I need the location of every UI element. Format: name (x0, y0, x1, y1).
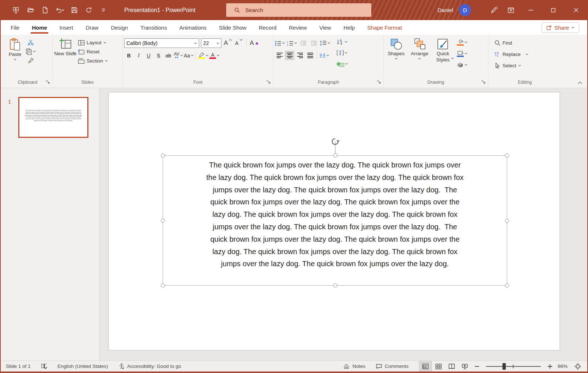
drawing-dialog-launcher[interactable] (481, 80, 486, 84)
tab-draw[interactable]: Draw (79, 20, 105, 35)
shape-fill-button[interactable] (457, 38, 467, 47)
avatar[interactable]: D (459, 4, 471, 16)
slide-indicator[interactable]: Slide 1 of 1 (6, 363, 31, 369)
reading-view-button[interactable] (445, 361, 458, 372)
resize-handle-bottom-right[interactable] (505, 283, 509, 287)
shapes-button[interactable]: Shapes (385, 35, 407, 60)
clear-formatting-button[interactable]: A (250, 39, 259, 48)
text-highlight-button[interactable] (198, 51, 209, 60)
tab-design[interactable]: Design (105, 20, 134, 35)
decrease-indent-button[interactable] (299, 38, 308, 48)
tab-home[interactable]: Home (26, 20, 53, 35)
undo-button[interactable] (54, 5, 65, 16)
slide-thumbnail[interactable]: The quick brown fox jumps over the lazy … (18, 97, 88, 138)
line-spacing-button[interactable] (320, 38, 330, 48)
find-button[interactable]: Find (493, 38, 560, 48)
slide-sorter-view-button[interactable] (432, 361, 445, 372)
font-color-button[interactable]: A (209, 51, 220, 60)
numbering-button[interactable]: 123 (287, 38, 297, 48)
resize-handle-middle-right[interactable] (505, 219, 509, 223)
font-size-select[interactable]: 22 (201, 38, 221, 48)
font-family-select[interactable]: Calibri (Body) (124, 38, 199, 48)
align-right-button[interactable] (295, 51, 304, 60)
maximize-button[interactable] (542, 0, 565, 20)
language-button[interactable]: English (United States) (58, 363, 108, 369)
tab-insert[interactable]: Insert (53, 20, 80, 35)
decrease-font-size-button[interactable]: A (234, 39, 243, 48)
tab-animations[interactable]: Animations (173, 20, 213, 35)
justify-button[interactable] (306, 51, 315, 60)
share-button[interactable]: Share (542, 22, 579, 33)
tab-view[interactable]: View (313, 20, 337, 35)
tab-transitions[interactable]: Transitions (134, 20, 173, 35)
resize-handle-top-right[interactable] (505, 154, 509, 158)
new-file-icon[interactable] (39, 5, 50, 16)
tab-slide-show[interactable]: Slide Show (213, 20, 253, 35)
change-case-button[interactable]: Aa (184, 51, 194, 60)
tab-record[interactable]: Record (253, 20, 282, 35)
presenter-coach-icon[interactable] (486, 0, 502, 20)
new-slide-button[interactable]: New Slide (54, 35, 77, 59)
shape-effects-button[interactable] (457, 60, 467, 69)
paste-button[interactable]: Paste (4, 35, 26, 60)
rotation-handle[interactable] (331, 137, 339, 147)
columns-button[interactable] (319, 51, 329, 60)
quick-styles-button[interactable]: Quick Styles (432, 35, 454, 65)
minimize-button[interactable] (519, 0, 542, 20)
text-direction-button[interactable]: A (336, 37, 348, 46)
ribbon-display-options-icon[interactable] (502, 0, 519, 20)
paragraph-dialog-launcher[interactable] (377, 80, 381, 84)
italic-button[interactable]: I (134, 51, 143, 60)
slide-canvas[interactable]: The quick brown fox jumps over the lazy … (109, 92, 560, 350)
collapse-ribbon-button[interactable] (578, 79, 582, 86)
resize-handle-bottom-middle[interactable] (333, 283, 337, 287)
slideshow-view-button[interactable] (458, 361, 471, 372)
notes-button[interactable]: Notes (343, 363, 365, 369)
zoom-slider-thumb[interactable] (502, 363, 506, 370)
align-left-button[interactable] (275, 51, 284, 60)
comments-button[interactable]: Comments (376, 363, 409, 369)
increase-indent-button[interactable] (309, 38, 318, 48)
arrange-button[interactable]: Arrange (408, 35, 431, 60)
font-dialog-launcher[interactable] (266, 80, 271, 84)
selected-text-box[interactable]: The quick brown fox jumps over the lazy … (163, 155, 507, 286)
resize-handle-middle-left[interactable] (161, 219, 165, 223)
resize-handle-top-middle[interactable] (333, 154, 337, 158)
cut-button[interactable] (26, 38, 36, 47)
normal-view-button[interactable] (419, 361, 432, 372)
zoom-in-button[interactable] (545, 361, 555, 372)
resize-handle-top-left[interactable] (161, 154, 165, 158)
zoom-slider[interactable] (486, 366, 541, 367)
redo-icon[interactable] (83, 5, 94, 16)
replace-button[interactable]: bcReplace (493, 50, 560, 59)
format-painter-button[interactable] (26, 56, 36, 65)
character-spacing-button[interactable]: AV (174, 51, 183, 60)
accessibility-button[interactable]: Accessibility: Good to go (118, 363, 181, 369)
save-icon[interactable] (69, 5, 80, 16)
resize-handle-bottom-left[interactable] (161, 283, 165, 287)
copy-button[interactable] (26, 47, 36, 56)
tab-shape-format[interactable]: Shape Format (361, 20, 408, 35)
reset-button[interactable]: Reset (77, 47, 109, 56)
spell-check-button[interactable] (41, 363, 48, 369)
bullets-button[interactable] (275, 38, 285, 48)
user-name[interactable]: Daniel (437, 7, 453, 13)
tab-help[interactable]: Help (337, 20, 361, 35)
section-button[interactable]: Section (77, 56, 109, 65)
fit-slide-to-window-button[interactable] (571, 361, 584, 372)
search-input[interactable]: Search (226, 3, 371, 17)
select-button[interactable]: Select (493, 61, 560, 70)
shape-outline-button[interactable] (457, 49, 467, 58)
underline-button[interactable]: U (144, 51, 153, 60)
close-button[interactable] (565, 0, 587, 20)
start-slideshow-icon[interactable] (10, 5, 21, 16)
strikethrough-button[interactable]: ab (164, 51, 173, 60)
align-center-button[interactable] (285, 51, 294, 60)
layout-button[interactable]: Layout (77, 38, 109, 47)
zoom-level[interactable]: 66% (558, 363, 568, 369)
bold-button[interactable]: B (124, 51, 133, 60)
increase-font-size-button[interactable]: A (223, 39, 232, 48)
text-box-content[interactable]: The quick brown fox jumps over the lazy … (163, 156, 507, 270)
align-text-button[interactable] (336, 48, 348, 57)
zoom-out-button[interactable] (471, 361, 482, 372)
